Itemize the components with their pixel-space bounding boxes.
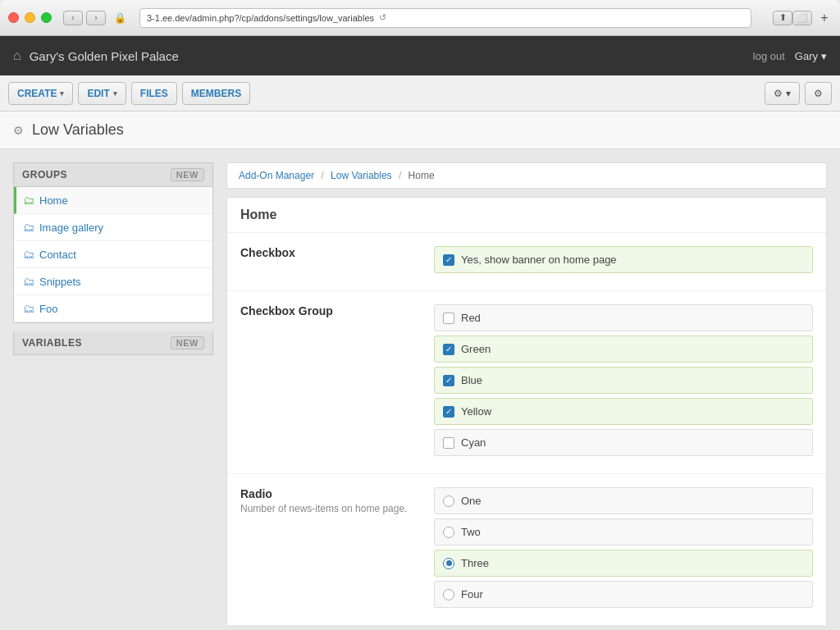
back-button[interactable]: ‹ bbox=[63, 11, 83, 25]
breadcrumb-low-variables[interactable]: Low Variables bbox=[331, 170, 391, 181]
logout-link[interactable]: log out bbox=[753, 50, 785, 62]
folder-icon: 🗂 bbox=[23, 275, 34, 288]
settings-button[interactable]: ⚙ bbox=[805, 82, 832, 105]
files-button[interactable]: FILES bbox=[131, 82, 177, 105]
checkbox-option-blue[interactable]: Blue bbox=[434, 367, 813, 394]
edit-icon[interactable]: ✎ bbox=[180, 247, 191, 262]
refresh-icon[interactable]: ↺ bbox=[379, 12, 386, 23]
tools-button[interactable]: ⚙ ▾ bbox=[765, 82, 800, 105]
create-button[interactable]: CREATE ▾ bbox=[8, 82, 73, 105]
breadcrumb-current: Home bbox=[409, 170, 435, 181]
checkbox-label-col: Checkbox bbox=[240, 246, 421, 277]
radio-option-two[interactable]: Two bbox=[434, 518, 813, 546]
checkbox-option-yellow[interactable]: Yellow bbox=[434, 398, 813, 425]
checkbox-option-red[interactable]: Red bbox=[434, 304, 813, 331]
checkbox-box bbox=[443, 406, 454, 418]
sidebar-item-contact[interactable]: 🗂 Contact ≡ ✎ ✕ bbox=[14, 241, 212, 268]
minimize-button[interactable] bbox=[25, 12, 35, 23]
user-dropdown[interactable]: Gary ▾ bbox=[795, 50, 827, 62]
groups-label: Groups bbox=[22, 169, 67, 180]
radio-circle bbox=[443, 558, 454, 569]
folder-icon: 🗂 bbox=[23, 194, 34, 207]
reorder-icon[interactable]: ≡ bbox=[167, 301, 176, 316]
members-button[interactable]: MEMBERS bbox=[182, 82, 250, 105]
close-button[interactable] bbox=[8, 12, 19, 23]
main-content: Groups NEW 🗂 Home ≡ ✎ ✕ 🗂 Image gallery bbox=[0, 149, 840, 630]
edit-label: EDIT bbox=[87, 88, 109, 99]
window: ‹ › 🔒 3-1.ee.dev/admin.php?/cp/addons/se… bbox=[0, 0, 840, 630]
edit-icon[interactable]: ✎ bbox=[180, 220, 191, 235]
edit-icon[interactable]: ✎ bbox=[180, 274, 191, 289]
sidebar-item-home[interactable]: 🗂 Home ≡ ✎ ✕ bbox=[14, 187, 212, 214]
files-label: FILES bbox=[140, 88, 168, 99]
radio-option-four[interactable]: Four bbox=[434, 581, 813, 608]
folder-icon: 🗂 bbox=[23, 248, 34, 261]
sidebar-items: 🗂 Home ≡ ✎ ✕ 🗂 Image gallery ≡ ✎ ✕ bbox=[13, 187, 213, 323]
radio-label-col: Radio Number of news-items on home page. bbox=[240, 487, 421, 612]
panel: Home Checkbox Yes, show banner on home p… bbox=[226, 197, 827, 627]
sidebar-item-foo[interactable]: 🗂 Foo ≡ ✎ ✕ bbox=[14, 295, 212, 322]
right-panel: Add-On Manager / Low Variables / Home Ho… bbox=[226, 162, 827, 627]
checkbox-option-green[interactable]: Green bbox=[434, 336, 813, 363]
toolbar: CREATE ▾ EDIT ▾ FILES MEMBERS ⚙ ▾ ⚙ bbox=[0, 75, 840, 112]
panel-body: Checkbox Yes, show banner on home page bbox=[227, 233, 826, 626]
delete-icon[interactable]: ✕ bbox=[194, 220, 206, 235]
radio-circle bbox=[443, 495, 454, 507]
checkbox-group-control-col: Red Green Blue bbox=[434, 304, 813, 460]
checkbox-group-label-col: Checkbox Group bbox=[240, 304, 421, 460]
checkbox-box bbox=[443, 437, 454, 449]
edit-button[interactable]: EDIT ▾ bbox=[78, 82, 126, 105]
forward-button[interactable]: › bbox=[86, 11, 106, 25]
delete-icon[interactable]: ✕ bbox=[194, 274, 206, 289]
create-label: CREATE bbox=[17, 88, 57, 99]
radio-label: Four bbox=[461, 588, 483, 600]
share-button[interactable]: ⬆ bbox=[773, 11, 792, 25]
site-name: Gary's Golden Pixel Palace bbox=[30, 49, 179, 63]
variables-new-button[interactable]: NEW bbox=[171, 336, 204, 349]
toolbar-right: ⚙ ▾ ⚙ bbox=[765, 82, 832, 105]
checkbox-label: Yellow bbox=[461, 405, 491, 418]
delete-icon[interactable]: ✕ bbox=[194, 301, 206, 316]
maximize-button[interactable] bbox=[41, 12, 52, 23]
sidebar-item-snippets[interactable]: 🗂 Snippets ≡ ✎ ✕ bbox=[14, 268, 212, 295]
tab-button[interactable]: ⬜ bbox=[792, 11, 812, 25]
nav-arrows: ‹ › bbox=[63, 11, 106, 25]
folder-icon: 🗂 bbox=[23, 302, 34, 315]
variables-label: Variables bbox=[22, 337, 82, 349]
reorder-icon[interactable]: ≡ bbox=[167, 274, 176, 289]
reorder-icon[interactable]: ≡ bbox=[167, 247, 176, 262]
edit-icon[interactable]: ✎ bbox=[180, 301, 191, 316]
sidebar-item-image-gallery[interactable]: 🗂 Image gallery ≡ ✎ ✕ bbox=[14, 214, 212, 241]
checkbox-box bbox=[443, 344, 454, 355]
radio-option-three[interactable]: Three bbox=[434, 550, 813, 577]
checkbox-box bbox=[443, 313, 454, 324]
radio-option-one[interactable]: One bbox=[434, 487, 813, 514]
breadcrumb-addon-manager[interactable]: Add-On Manager bbox=[239, 170, 314, 181]
home-icon[interactable]: ⌂ bbox=[13, 48, 21, 63]
title-bar: ‹ › 🔒 3-1.ee.dev/admin.php?/cp/addons/se… bbox=[0, 0, 840, 36]
checkbox-label: Green bbox=[461, 343, 491, 355]
url-bar[interactable]: 3-1.ee.dev/admin.php?/cp/addons/settings… bbox=[139, 8, 751, 28]
breadcrumb: Add-On Manager / Low Variables / Home bbox=[226, 162, 827, 189]
checkbox-control-col: Yes, show banner on home page bbox=[434, 246, 813, 277]
groups-new-button[interactable]: NEW bbox=[171, 168, 204, 181]
checkbox-label: Yes, show banner on home page bbox=[461, 253, 617, 266]
radio-field-label: Radio bbox=[240, 487, 421, 500]
delete-icon[interactable]: ✕ bbox=[194, 193, 206, 208]
edit-icon[interactable]: ✎ bbox=[180, 193, 191, 208]
new-tab-button[interactable]: + bbox=[817, 11, 832, 25]
radio-circle bbox=[443, 527, 454, 538]
sidebar-item-label: Home bbox=[39, 194, 162, 207]
checkbox-label: Cyan bbox=[461, 436, 486, 449]
delete-icon[interactable]: ✕ bbox=[194, 247, 206, 262]
checkbox-box bbox=[443, 375, 454, 386]
sidebar: Groups NEW 🗂 Home ≡ ✎ ✕ 🗂 Image gallery bbox=[13, 162, 213, 627]
checkbox-option-yes[interactable]: Yes, show banner on home page bbox=[434, 246, 813, 273]
reorder-icon[interactable]: ≡ bbox=[167, 193, 176, 208]
page-gear-icon: ⚙ bbox=[13, 124, 24, 137]
reorder-icon[interactable]: ≡ bbox=[167, 220, 176, 235]
url-text: 3-1.ee.dev/admin.php?/cp/addons/settings… bbox=[147, 13, 374, 23]
checkbox-option-cyan[interactable]: Cyan bbox=[434, 429, 813, 456]
gear-icon: ⚙ bbox=[814, 88, 823, 99]
radio-field-description: Number of news-items on home page. bbox=[240, 503, 421, 514]
